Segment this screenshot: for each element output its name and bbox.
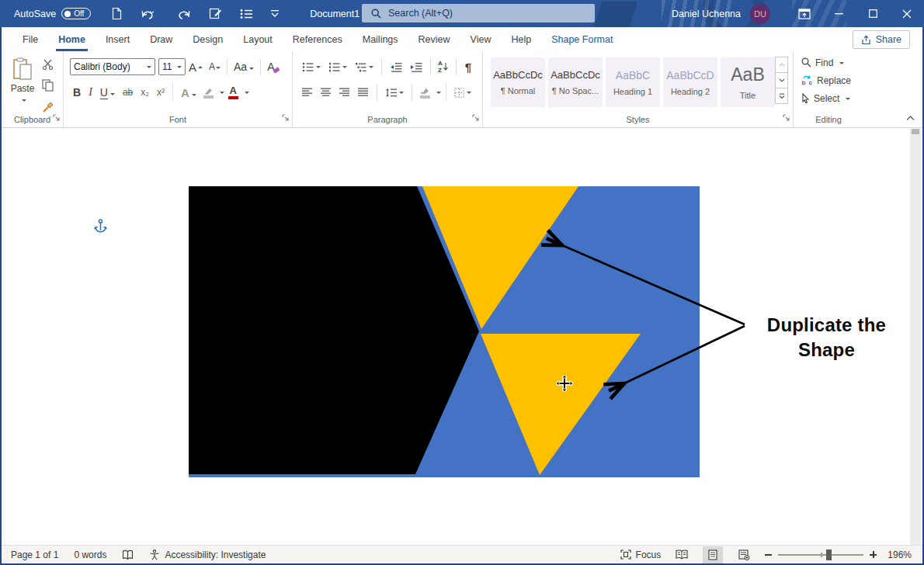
focus-mode-button[interactable]: Focus — [620, 549, 662, 560]
share-button[interactable]: Share — [853, 30, 910, 49]
numbered-list-button[interactable] — [325, 61, 350, 74]
proofing-icon[interactable] — [122, 549, 134, 560]
font-group: Calibri (Body) 11 A A Aa A B I U ab x₂ x… — [64, 51, 293, 127]
tab-references[interactable]: References — [283, 27, 353, 51]
accessibility-status[interactable]: Accessibility: Investigate — [149, 549, 266, 560]
chevron-down-icon — [220, 92, 224, 96]
justify-button[interactable] — [355, 86, 372, 99]
styles-more-icon[interactable] — [775, 88, 788, 104]
document-canvas[interactable]: Duplicate the Shape — [2, 129, 922, 545]
font-name-select[interactable]: Calibri (Body) — [70, 58, 155, 75]
underline-button[interactable]: U — [97, 85, 118, 99]
user-name[interactable]: Daniel Uchenna — [672, 9, 741, 19]
tab-design[interactable]: Design — [182, 27, 233, 51]
customize-qat-icon[interactable] — [268, 9, 282, 19]
styles-dialog-launcher-icon[interactable] — [783, 113, 790, 123]
shading-button[interactable] — [417, 87, 432, 99]
tab-insert[interactable]: Insert — [96, 27, 140, 51]
find-icon — [801, 57, 811, 68]
vertical-scrollbar[interactable] — [910, 129, 921, 545]
borders-button[interactable] — [451, 86, 474, 99]
subscript-button[interactable]: x₂ — [137, 86, 152, 99]
grow-font-button[interactable]: A — [186, 60, 206, 75]
font-dialog-launcher-icon[interactable] — [282, 113, 289, 123]
italic-button[interactable]: I — [85, 85, 96, 99]
avatar[interactable]: DU — [750, 4, 770, 24]
bullets-icon[interactable] — [237, 7, 256, 21]
undo-icon[interactable] — [137, 6, 162, 22]
sort-button[interactable]: AZ — [436, 61, 451, 74]
page-indicator[interactable]: Page 1 of 1 — [11, 549, 58, 560]
autosave-toggle[interactable]: AutoSave Off — [14, 8, 91, 19]
clipboard-dialog-launcher-icon[interactable] — [53, 113, 60, 123]
style-title[interactable]: AaB Title — [721, 57, 775, 107]
collapse-ribbon-icon[interactable] — [906, 112, 915, 123]
paste-dropdown-icon[interactable] — [22, 99, 26, 104]
text-effects-button[interactable]: A — [178, 85, 200, 100]
tab-home[interactable]: Home — [48, 27, 96, 51]
new-document-icon[interactable] — [108, 5, 126, 22]
cut-icon[interactable] — [42, 59, 54, 72]
select-button[interactable]: Select — [801, 92, 863, 105]
strikethrough-button[interactable]: ab — [120, 86, 136, 99]
print-layout-button[interactable] — [703, 546, 723, 563]
tab-file[interactable]: File — [12, 27, 48, 51]
font-size-select[interactable]: 11 — [158, 58, 186, 75]
autosave-switch-icon[interactable]: Off — [61, 8, 91, 19]
close-button[interactable] — [890, 0, 924, 27]
clipboard-group: Paste Clipboard — [2, 51, 64, 127]
paste-button[interactable]: Paste — [8, 57, 37, 105]
paragraph-dialog-launcher-icon[interactable] — [472, 113, 479, 123]
line-spacing-button[interactable] — [382, 86, 407, 99]
styles-scroll-down-icon[interactable] — [775, 72, 788, 88]
tab-mailings[interactable]: Mailings — [353, 27, 408, 51]
replace-button[interactable]: b c Replace — [801, 74, 863, 87]
style-no-spacing[interactable]: AaBbCcDc ¶ No Spac... — [548, 57, 603, 107]
highlight-button[interactable] — [201, 87, 216, 99]
increase-indent-button[interactable] — [407, 61, 426, 74]
tab-draw[interactable]: Draw — [140, 27, 182, 51]
superscript-button[interactable]: x² — [154, 86, 168, 99]
zoom-slider[interactable] — [778, 554, 863, 556]
style-heading1[interactable]: AaBbC Heading 1 — [606, 57, 660, 107]
font-color-button[interactable]: A — [226, 85, 241, 99]
find-button[interactable]: Find — [801, 56, 863, 69]
read-mode-button[interactable] — [672, 546, 692, 563]
tab-help[interactable]: Help — [501, 27, 541, 51]
search-input[interactable]: Search (Alt+Q) — [362, 4, 595, 23]
tab-layout[interactable]: Layout — [233, 27, 283, 51]
styles-scroll-up-icon[interactable] — [775, 57, 788, 73]
word-count[interactable]: 0 words — [74, 549, 106, 560]
shrink-font-button[interactable]: A — [206, 61, 224, 73]
scrollbar-thumb[interactable] — [912, 129, 919, 134]
show-formatting-button[interactable]: ¶ — [461, 61, 475, 74]
select-pointer-icon — [801, 93, 810, 103]
multilevel-list-button[interactable] — [352, 61, 377, 74]
bullet-list-button[interactable] — [299, 61, 324, 74]
ribbon-display-options-icon[interactable] — [787, 0, 822, 27]
clear-formatting-button[interactable]: A — [264, 60, 277, 74]
change-case-button[interactable]: Aa — [231, 60, 257, 74]
zoom-in-icon[interactable] — [870, 551, 877, 558]
tab-shape-format[interactable]: Shape Format — [541, 27, 623, 51]
zoom-slider-thumb[interactable] — [826, 549, 832, 560]
web-layout-button[interactable] — [734, 546, 754, 563]
font-size-value: 11 — [162, 61, 172, 72]
minimize-button[interactable] — [822, 0, 856, 27]
shapes-drawing[interactable] — [189, 186, 700, 477]
align-left-button[interactable] — [299, 86, 316, 99]
zoom-level[interactable]: 196% — [888, 549, 912, 560]
align-center-button[interactable] — [318, 86, 335, 99]
editor-icon[interactable] — [206, 5, 225, 22]
tab-view[interactable]: View — [460, 27, 502, 51]
style-normal[interactable]: AaBbCcDc ¶ Normal — [491, 57, 545, 107]
zoom-out-icon[interactable] — [765, 554, 772, 556]
copy-icon[interactable] — [42, 79, 54, 94]
maximize-button[interactable] — [856, 0, 890, 27]
tab-review[interactable]: Review — [408, 27, 460, 51]
decrease-indent-button[interactable] — [387, 61, 405, 74]
style-heading2[interactable]: AaBbCcD Heading 2 — [663, 57, 717, 107]
bold-button[interactable]: B — [70, 85, 84, 99]
align-right-button[interactable] — [336, 86, 353, 99]
redo-icon[interactable] — [174, 6, 194, 22]
